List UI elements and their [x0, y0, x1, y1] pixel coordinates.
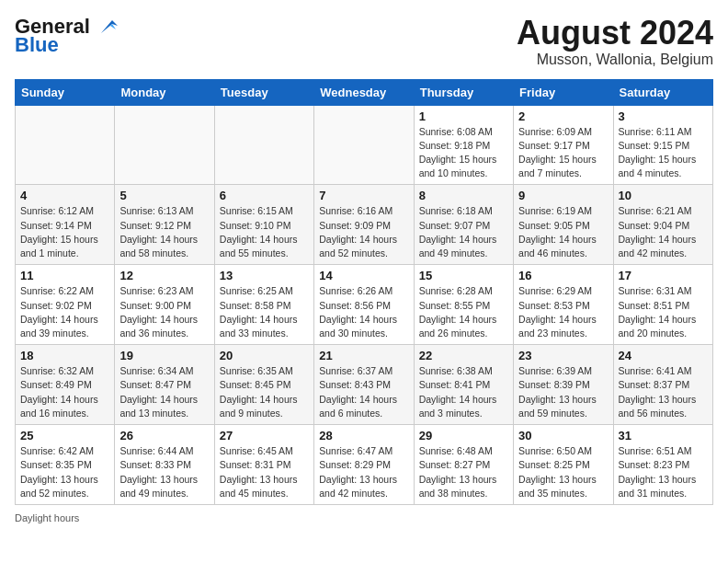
calendar-cell — [214, 105, 313, 185]
day-number: 6 — [220, 189, 309, 202]
page-header: General Blue August 2024 Musson, Walloni… — [15, 15, 713, 68]
day-number: 8 — [419, 189, 508, 202]
day-number: 27 — [220, 429, 309, 442]
day-info: Sunrise: 6:19 AM Sunset: 9:05 PM Dayligh… — [518, 204, 608, 260]
calendar-header: SundayMondayTuesdayWednesdayThursdayFrid… — [16, 79, 713, 105]
day-number: 9 — [518, 189, 608, 202]
calendar-cell: 22Sunrise: 6:38 AM Sunset: 8:41 PM Dayli… — [414, 345, 513, 425]
calendar-table: SundayMondayTuesdayWednesdayThursdayFrid… — [15, 79, 713, 505]
day-number: 15 — [419, 269, 508, 282]
month-year-title: August 2024 — [517, 15, 713, 52]
calendar-cell: 15Sunrise: 6:28 AM Sunset: 8:55 PM Dayli… — [414, 265, 513, 345]
calendar-cell: 3Sunrise: 6:11 AM Sunset: 9:15 PM Daylig… — [613, 105, 712, 185]
day-info: Sunrise: 6:21 AM Sunset: 9:04 PM Dayligh… — [619, 204, 708, 260]
day-info: Sunrise: 6:35 AM Sunset: 8:45 PM Dayligh… — [220, 364, 309, 420]
day-info: Sunrise: 6:08 AM Sunset: 9:18 PM Dayligh… — [419, 125, 508, 181]
day-info: Sunrise: 6:39 AM Sunset: 8:39 PM Dayligh… — [518, 364, 608, 420]
calendar-cell: 30Sunrise: 6:50 AM Sunset: 8:25 PM Dayli… — [514, 425, 613, 505]
calendar-cell: 18Sunrise: 6:32 AM Sunset: 8:49 PM Dayli… — [16, 345, 115, 425]
calendar-cell: 5Sunrise: 6:13 AM Sunset: 9:12 PM Daylig… — [115, 185, 214, 265]
calendar-cell: 1Sunrise: 6:08 AM Sunset: 9:18 PM Daylig… — [414, 105, 513, 185]
day-info: Sunrise: 6:48 AM Sunset: 8:27 PM Dayligh… — [419, 444, 508, 500]
day-number: 29 — [419, 429, 508, 442]
day-number: 31 — [619, 429, 708, 442]
title-block: August 2024 Musson, Wallonia, Belgium — [517, 15, 713, 68]
day-info: Sunrise: 6:23 AM Sunset: 9:00 PM Dayligh… — [119, 284, 209, 340]
calendar-cell: 31Sunrise: 6:51 AM Sunset: 8:23 PM Dayli… — [613, 425, 712, 505]
day-number: 2 — [518, 109, 608, 123]
logo-bird-icon — [92, 17, 119, 37]
day-number: 24 — [619, 349, 708, 362]
day-header-tuesday: Tuesday — [214, 79, 313, 105]
calendar-cell: 11Sunrise: 6:22 AM Sunset: 9:02 PM Dayli… — [16, 265, 115, 345]
day-number: 17 — [619, 269, 708, 282]
day-info: Sunrise: 6:32 AM Sunset: 8:49 PM Dayligh… — [20, 364, 109, 420]
day-number: 25 — [20, 429, 109, 442]
day-info: Sunrise: 6:50 AM Sunset: 8:25 PM Dayligh… — [518, 444, 608, 500]
calendar-cell — [16, 105, 115, 185]
calendar-cell: 2Sunrise: 6:09 AM Sunset: 9:17 PM Daylig… — [514, 105, 613, 185]
day-number: 16 — [518, 269, 608, 282]
day-number: 20 — [220, 349, 309, 362]
calendar-cell: 25Sunrise: 6:42 AM Sunset: 8:35 PM Dayli… — [16, 425, 115, 505]
calendar-cell: 16Sunrise: 6:29 AM Sunset: 8:53 PM Dayli… — [514, 265, 613, 345]
day-info: Sunrise: 6:29 AM Sunset: 8:53 PM Dayligh… — [518, 284, 608, 340]
svg-marker-0 — [101, 20, 118, 33]
calendar-cell: 4Sunrise: 6:12 AM Sunset: 9:14 PM Daylig… — [16, 185, 115, 265]
day-number: 19 — [119, 349, 209, 362]
day-number: 1 — [419, 109, 508, 123]
calendar-cell: 12Sunrise: 6:23 AM Sunset: 9:00 PM Dayli… — [115, 265, 214, 345]
calendar-week-4: 18Sunrise: 6:32 AM Sunset: 8:49 PM Dayli… — [16, 345, 713, 425]
day-number: 21 — [319, 349, 408, 362]
logo-blue: Blue — [15, 33, 59, 57]
day-number: 7 — [319, 189, 408, 202]
calendar-cell: 29Sunrise: 6:48 AM Sunset: 8:27 PM Dayli… — [414, 425, 513, 505]
calendar-week-1: 1Sunrise: 6:08 AM Sunset: 9:18 PM Daylig… — [16, 105, 713, 185]
calendar-cell: 26Sunrise: 6:44 AM Sunset: 8:33 PM Dayli… — [115, 425, 214, 505]
footer-note: Daylight hours — [15, 512, 713, 523]
day-info: Sunrise: 6:34 AM Sunset: 8:47 PM Dayligh… — [119, 364, 209, 420]
day-header-saturday: Saturday — [613, 79, 712, 105]
calendar-cell: 27Sunrise: 6:45 AM Sunset: 8:31 PM Dayli… — [214, 425, 313, 505]
day-info: Sunrise: 6:51 AM Sunset: 8:23 PM Dayligh… — [619, 444, 708, 500]
calendar-cell: 9Sunrise: 6:19 AM Sunset: 9:05 PM Daylig… — [514, 185, 613, 265]
calendar-week-2: 4Sunrise: 6:12 AM Sunset: 9:14 PM Daylig… — [16, 185, 713, 265]
day-number: 23 — [518, 349, 608, 362]
calendar-cell — [314, 105, 414, 185]
calendar-cell: 21Sunrise: 6:37 AM Sunset: 8:43 PM Dayli… — [314, 345, 414, 425]
day-number: 5 — [119, 189, 209, 202]
day-header-monday: Monday — [115, 79, 214, 105]
day-info: Sunrise: 6:15 AM Sunset: 9:10 PM Dayligh… — [220, 204, 309, 260]
calendar-cell: 19Sunrise: 6:34 AM Sunset: 8:47 PM Dayli… — [115, 345, 214, 425]
day-info: Sunrise: 6:12 AM Sunset: 9:14 PM Dayligh… — [20, 204, 109, 260]
calendar-cell: 6Sunrise: 6:15 AM Sunset: 9:10 PM Daylig… — [214, 185, 313, 265]
day-info: Sunrise: 6:25 AM Sunset: 8:58 PM Dayligh… — [220, 284, 309, 340]
day-number: 30 — [518, 429, 608, 442]
day-info: Sunrise: 6:09 AM Sunset: 9:17 PM Dayligh… — [518, 125, 608, 181]
calendar-week-3: 11Sunrise: 6:22 AM Sunset: 9:02 PM Dayli… — [16, 265, 713, 345]
day-info: Sunrise: 6:44 AM Sunset: 8:33 PM Dayligh… — [119, 444, 209, 500]
calendar-cell: 14Sunrise: 6:26 AM Sunset: 8:56 PM Dayli… — [314, 265, 414, 345]
day-info: Sunrise: 6:47 AM Sunset: 8:29 PM Dayligh… — [319, 444, 408, 500]
day-info: Sunrise: 6:11 AM Sunset: 9:15 PM Dayligh… — [619, 125, 708, 181]
calendar-cell: 8Sunrise: 6:18 AM Sunset: 9:07 PM Daylig… — [414, 185, 513, 265]
calendar-cell: 23Sunrise: 6:39 AM Sunset: 8:39 PM Dayli… — [514, 345, 613, 425]
day-number: 22 — [419, 349, 508, 362]
day-number: 3 — [619, 109, 708, 123]
day-header-wednesday: Wednesday — [314, 79, 414, 105]
calendar-cell: 10Sunrise: 6:21 AM Sunset: 9:04 PM Dayli… — [613, 185, 712, 265]
day-info: Sunrise: 6:13 AM Sunset: 9:12 PM Dayligh… — [119, 204, 209, 260]
day-header-friday: Friday — [514, 79, 613, 105]
calendar-cell: 24Sunrise: 6:41 AM Sunset: 8:37 PM Dayli… — [613, 345, 712, 425]
calendar-cell — [115, 105, 214, 185]
day-info: Sunrise: 6:22 AM Sunset: 9:02 PM Dayligh… — [20, 284, 109, 340]
location-label: Musson, Wallonia, Belgium — [517, 52, 713, 68]
calendar-body: 1Sunrise: 6:08 AM Sunset: 9:18 PM Daylig… — [16, 105, 713, 504]
day-info: Sunrise: 6:38 AM Sunset: 8:41 PM Dayligh… — [419, 364, 508, 420]
day-header-sunday: Sunday — [16, 79, 115, 105]
day-info: Sunrise: 6:41 AM Sunset: 8:37 PM Dayligh… — [619, 364, 708, 420]
day-number: 28 — [319, 429, 408, 442]
day-number: 14 — [319, 269, 408, 282]
day-number: 4 — [20, 189, 109, 202]
calendar-cell: 28Sunrise: 6:47 AM Sunset: 8:29 PM Dayli… — [314, 425, 414, 505]
